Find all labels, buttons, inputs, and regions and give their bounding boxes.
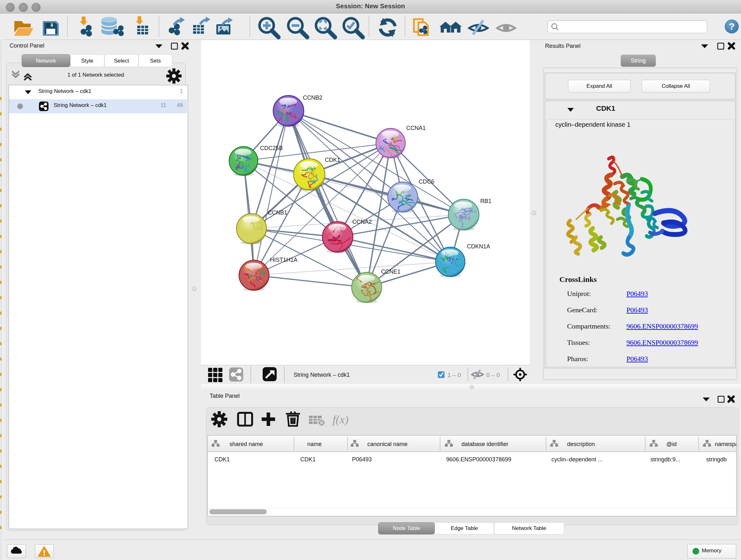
svg-text:CDC6: CDC6 bbox=[419, 179, 434, 185]
svg-text:shared name: shared name bbox=[229, 441, 263, 447]
svg-text:CDK1: CDK1 bbox=[325, 157, 340, 163]
svg-text:CCNA2: CCNA2 bbox=[352, 219, 372, 225]
svg-text:CDK1: CDK1 bbox=[300, 456, 316, 462]
svg-text:CCNA1: CCNA1 bbox=[406, 125, 426, 131]
svg-text:HIST1H1A: HIST1H1A bbox=[270, 257, 297, 263]
svg-text:CDKN1A: CDKN1A bbox=[467, 243, 490, 250]
svg-text:canonical name: canonical name bbox=[367, 441, 408, 447]
svg-text:@id: @id bbox=[666, 441, 677, 447]
svg-text:name: name bbox=[307, 441, 322, 447]
svg-text:0 – 0: 0 – 0 bbox=[486, 372, 500, 378]
svg-text:CCNB2: CCNB2 bbox=[303, 95, 322, 101]
svg-text:RB1: RB1 bbox=[480, 198, 491, 204]
svg-text:f(x): f(x) bbox=[333, 413, 348, 426]
svg-text:String Network – cdk1: String Network – cdk1 bbox=[293, 372, 350, 378]
svg-text:1 – 0: 1 – 0 bbox=[448, 372, 461, 378]
svg-text:CCNB1: CCNB1 bbox=[268, 209, 287, 216]
svg-text:stringdb:9...: stringdb:9... bbox=[650, 456, 680, 462]
svg-text:description: description bbox=[567, 441, 595, 447]
svg-text:cyclin–dependent ...: cyclin–dependent ... bbox=[551, 456, 603, 462]
svg-text:P06493: P06493 bbox=[352, 456, 372, 462]
svg-text:CDK1: CDK1 bbox=[214, 456, 230, 462]
svg-text:stringdb: stringdb bbox=[706, 456, 727, 462]
svg-text:database identifier: database identifier bbox=[461, 441, 509, 447]
svg-text:namespace: namespace bbox=[715, 441, 736, 447]
svg-text:CCNE1: CCNE1 bbox=[381, 268, 401, 275]
svg-text:9606.ENSP00000378699: 9606.ENSP00000378699 bbox=[446, 456, 511, 462]
svg-text:CDC25B: CDC25B bbox=[260, 145, 283, 151]
